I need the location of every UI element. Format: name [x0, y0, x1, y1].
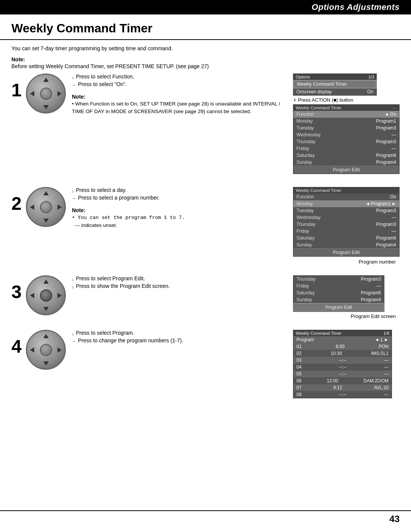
step-3-line-2: Press to show the Program Edit screen. — [76, 283, 170, 289]
step-1-line-1: Press to select Function. — [76, 73, 134, 80]
dial-4-center — [40, 344, 52, 356]
step-4-number: 4 — [11, 337, 26, 356]
dial-1 — [26, 73, 66, 113]
step-1-row: 1 ↓ Press to select Function. → Press to… — [11, 73, 400, 176]
friday-row: Friday — — [293, 145, 399, 152]
step-2-line-2: Press to select a program number. — [78, 195, 159, 201]
dial-2-center — [40, 201, 52, 213]
pe-title-bar: Weekly Command Timer 1/8 — [293, 330, 392, 336]
step-2-screens: Weekly Command Timer Function On Monday … — [293, 187, 400, 265]
dial-arrow-left — [30, 91, 34, 96]
step-1-number: 1 — [11, 81, 26, 99]
sunday-row: Sunday Program4 — [293, 159, 399, 166]
arrow-4a: ↓ — [72, 331, 74, 336]
s3-friday-row: Friday — — [293, 283, 384, 289]
step-1-line-2: Press to select "On". — [78, 81, 127, 87]
step-4-screens: Weekly Command Timer 1/8 Program ◄ 1 ► 0… — [293, 330, 400, 398]
arrow-1b: → — [72, 83, 76, 87]
dial-2-arrow-left — [30, 204, 34, 210]
header-title: Options Adjustments — [312, 2, 400, 12]
s3-thursday-row: Thursday Program3 — [293, 276, 384, 283]
arrow-4b: → — [72, 339, 76, 343]
program-edit-screen-label: Program Edit screen — [293, 313, 400, 319]
step-2-instructions: ↓ Press to select a day. → Press to sele… — [72, 187, 285, 229]
step-3-screens: Thursday Program3 Friday — Saturday Prog… — [293, 275, 400, 319]
options-title-bar: Options 1/3 — [293, 74, 376, 80]
dial-2-arrow-right — [57, 204, 62, 210]
step-4-dial-area — [26, 330, 66, 370]
monday-row: Monday Program1 — [293, 118, 399, 125]
page-title: Weekly Command Timer — [0, 14, 411, 40]
step-2-number: 2 — [11, 195, 26, 213]
options-item-onscreen: Onscreen display On — [293, 88, 376, 95]
step-4-instructions: ↓ Press to select Program. → Press to ch… — [72, 330, 285, 347]
pe-row-05: 05 --:-- --- — [293, 371, 392, 377]
step-1-note: Note: • When Function is set to On, SET … — [72, 93, 285, 116]
dial-center — [40, 88, 52, 100]
pe-row-04: 04 --:-- --- — [293, 364, 392, 371]
tuesday-row: Tuesday Program3 — [293, 125, 399, 131]
weekly-screen-1: Weekly Command Timer - - Function ◄ On M… — [293, 104, 400, 174]
program-edit-screen-4: Weekly Command Timer 1/8 Program ◄ 1 ► 0… — [293, 330, 392, 398]
step-3-instructions: ↓ Press to select Program Edit. ↓ Press … — [72, 275, 285, 292]
options-screen-1: Options 1/3 Weekly Command Timer Onscree… — [293, 73, 377, 96]
step-2-line-1: Press to select a day. — [76, 187, 127, 193]
dial-arrow-right — [57, 91, 62, 96]
program-edit-btn: Program Edit — [293, 166, 399, 174]
pe-row-08: 08 --:-- --- — [293, 391, 392, 398]
s2-program-edit-btn: Program Edit — [293, 248, 399, 256]
dial-2 — [26, 187, 66, 227]
step-3-number: 3 — [11, 283, 26, 301]
step-3-row: 3 ↓ Press to select Program Edit. ↓ Pres… — [11, 275, 400, 319]
s2-wednesday-row: Wednesday — — [293, 214, 399, 221]
step-1-instructions: ↓ Press to select Function. → Press to s… — [72, 73, 285, 116]
options-item-weekly: Weekly Command Timer — [293, 80, 376, 88]
s2-monday-row: Monday ◄ Program1 ► — [293, 200, 399, 207]
step-1-note-text: • When Function is set to On, SET UP TIM… — [72, 100, 285, 116]
step-2-row: 2 ↓ Press to select a day. → Press to se… — [11, 187, 400, 265]
thursday-row: Thursday Program3 — [293, 138, 399, 145]
step-3-line-1: Press to select Program Edit. — [76, 275, 145, 281]
dial-4-arrow-up — [43, 334, 49, 338]
pe-row-06: 06 12:00 DAM:ZOOM — [293, 377, 392, 384]
main-note: Note: Before setting Weekly Command Time… — [11, 56, 400, 70]
step-4-line-2: Press to change the program numbers (1-7… — [78, 337, 183, 343]
arrow-2b: → — [72, 196, 76, 201]
step-3-dial-area — [26, 275, 66, 315]
function-row: Function ◄ On — [293, 111, 399, 118]
step-3-small-screen: Thursday Program3 Friday — Saturday Prog… — [293, 275, 384, 312]
step-4-row: 4 ↓ Press to select Program. → Press to … — [11, 330, 400, 398]
dial-3-arrow-up — [43, 280, 49, 284]
dial-3-arrow-down — [43, 307, 49, 311]
step-2-dial-area — [26, 187, 66, 227]
main-content: You can set 7-day timer programming by s… — [0, 45, 411, 398]
dial-3-arrow-left — [30, 293, 34, 298]
action-label: ⇓ Press ACTION (■) button — [293, 97, 400, 103]
s3-program-edit-btn: Program Edit — [293, 303, 384, 312]
dial-3-arrow-right — [57, 293, 62, 298]
page-header: Options Adjustments — [0, 0, 411, 14]
saturday-row: Saturday Program6 — [293, 152, 399, 159]
dial-2-arrow-down — [43, 219, 49, 223]
dial-4-arrow-down — [43, 361, 49, 366]
s2-friday-row: Friday — — [293, 228, 399, 235]
pe-row-01: 01 8:00 PON — [293, 343, 392, 350]
note-text: Before setting Weekly Command Timer, set… — [11, 63, 209, 69]
s2-thursday-row: Thursday Program3 — [293, 221, 399, 228]
arrow-3b: ↓ — [72, 284, 74, 289]
step-4-line-1: Press to select Program. — [76, 330, 134, 336]
s3-sunday-row: Sunday Program4 — [293, 296, 384, 303]
pe-row-02: 02 10:30 IMS:SL1 — [293, 350, 392, 357]
dial-4 — [26, 330, 66, 370]
step-2-note-text: • You can set the program from 1 to 7. -… — [72, 214, 285, 229]
dial-3-center-action — [40, 289, 52, 302]
step-1-dial-area — [26, 73, 66, 113]
bottom-rule — [0, 510, 411, 511]
arrow-3a: ↓ — [72, 277, 74, 281]
step-2-note: Note: • You can set the program from 1 t… — [72, 207, 285, 229]
program-number-label: Program number — [293, 259, 400, 265]
s2-function-row: Function On — [293, 193, 399, 200]
s2-saturday-row: Saturday Program6 — [293, 235, 399, 241]
weekly-title-1: Weekly Command Timer - - — [293, 105, 399, 111]
dial-3 — [26, 275, 66, 315]
